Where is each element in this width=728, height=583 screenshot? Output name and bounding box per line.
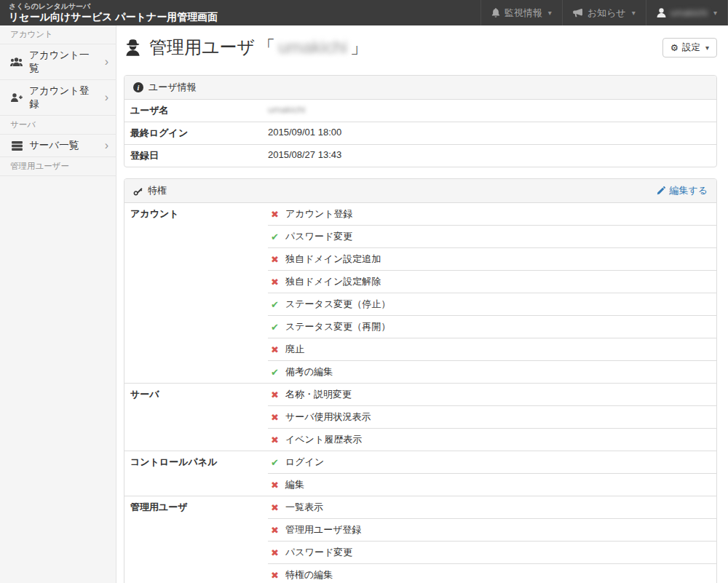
cross-icon: ✖: [269, 389, 280, 400]
privilege-row: ✖編集: [268, 473, 716, 496]
user-info-table: ユーザ名umakichi最終ログイン2015/09/01 18:00登録日201…: [124, 100, 716, 167]
privilege-row: ✔ステータス変更（再開）: [268, 315, 716, 338]
privilege-row: ✖独自ドメイン設定解除: [268, 270, 716, 293]
cross-icon: ✖: [269, 412, 280, 423]
user-info-row-label: 最終ログイン: [124, 122, 268, 144]
user-plus-icon: [10, 93, 23, 102]
settings-button[interactable]: ⚙ 設定 ▾: [662, 38, 717, 57]
privilege-group: サーバ✖名称・説明変更✖サーバ使用状況表示✖イベント履歴表示: [124, 383, 716, 451]
privileges-panel: 特権 編集する アカウント✖アカウント登録✔パスワード変更✖独自ドメイン設定追加…: [124, 178, 717, 583]
caret-down-icon: ▾: [713, 9, 717, 17]
chevron-right-icon: ›: [105, 140, 108, 151]
user-info-panel: i ユーザ情報 ユーザ名umakichi最終ログイン2015/09/01 18:…: [124, 75, 717, 167]
cross-icon: ✖: [269, 277, 280, 287]
server-icon: [10, 141, 23, 151]
privilege-row: ✖アカウント登録: [268, 203, 716, 225]
cross-icon: ✖: [269, 570, 280, 581]
privilege-group: コントロールパネル✔ログイン✖編集: [124, 451, 716, 496]
navbar-menu-label: umakichi: [670, 7, 708, 18]
chevron-right-icon: ›: [105, 56, 108, 68]
privilege-row: ✖イベント履歴表示: [268, 428, 716, 451]
check-icon: ✔: [269, 231, 280, 242]
top-navbar: さくらのレンタルサーバ リセール向けサービス パートナー用管理画面 監視情報▾お…: [0, 0, 728, 25]
privilege-list: ✖名称・説明変更✖サーバ使用状況表示✖イベント履歴表示: [268, 384, 716, 451]
privilege-row: ✔ログイン: [268, 451, 716, 473]
navbar-menu-label: 監視情報: [505, 7, 542, 20]
privilege-label: 管理用ユーザ登録: [285, 523, 362, 536]
privilege-row: ✖パスワード変更: [268, 541, 716, 563]
main-content: 管理用ユーザ 「 umakichi 」 ⚙ 設定 ▾ i ユーザ情報 ユーザ名u…: [116, 34, 728, 583]
privilege-group: 管理用ユーザ✖一覧表示✖管理用ユーザ登録✖パスワード変更✖特権の編集✖削除: [124, 496, 716, 583]
privilege-row: ✖廃止: [268, 338, 716, 360]
brand-service-name: さくらのレンタルサーバ: [9, 2, 218, 11]
sidebar-section-header: アカウント: [0, 25, 116, 44]
navbar-menu-monitoring[interactable]: 監視情報▾: [480, 0, 562, 25]
sidebar-item-account-list[interactable]: アカウント一覧›: [0, 44, 116, 80]
user-info-row-label: ユーザ名: [124, 100, 268, 122]
privilege-row: ✖サーバ使用状況表示: [268, 405, 716, 428]
megaphone-icon: [573, 9, 583, 17]
privileges-panel-title: 特権: [148, 184, 167, 197]
privilege-list: ✖アカウント登録✔パスワード変更✖独自ドメイン設定追加✖独自ドメイン設定解除✔ス…: [268, 203, 716, 383]
user-secret-icon: [124, 39, 142, 57]
privilege-label: パスワード変更: [285, 546, 352, 559]
cross-icon: ✖: [269, 480, 280, 491]
page-title-bracket-open: 「: [258, 36, 275, 59]
user-info-row-value: 2015/08/27 13:43: [268, 145, 341, 167]
edit-privileges-link[interactable]: 編集する: [657, 184, 708, 197]
sidebar-item-account-register[interactable]: アカウント登録›: [0, 80, 116, 116]
sidebar-item-label: アカウント一覧: [29, 49, 99, 75]
sidebar: アカウントアカウント一覧›アカウント登録›サーバサーバ一覧›管理用ユーザー: [0, 25, 116, 583]
privilege-label: 一覧表示: [285, 501, 323, 514]
privilege-category: コントロールパネル: [124, 451, 268, 496]
user-info-panel-title: ユーザ情報: [149, 81, 197, 94]
user-info-row-label: 登録日: [124, 145, 268, 167]
privilege-label: ステータス変更（再開）: [285, 320, 390, 333]
bell-icon: [491, 8, 500, 17]
user-info-row: 登録日2015/08/27 13:43: [124, 144, 716, 167]
user-icon: [657, 8, 666, 17]
cross-icon: ✖: [269, 502, 280, 513]
privilege-row: ✖独自ドメイン設定追加: [268, 247, 716, 270]
privileges-table: アカウント✖アカウント登録✔パスワード変更✖独自ドメイン設定追加✖独自ドメイン設…: [124, 203, 716, 583]
privilege-row: ✔ステータス変更（停止）: [268, 293, 716, 315]
gear-icon: ⚙: [670, 42, 678, 53]
privilege-group: アカウント✖アカウント登録✔パスワード変更✖独自ドメイン設定追加✖独自ドメイン設…: [124, 203, 716, 383]
privilege-label: 独自ドメイン設定追加: [285, 253, 381, 266]
user-info-panel-header: i ユーザ情報: [124, 76, 716, 100]
privilege-category: サーバ: [124, 384, 268, 451]
user-info-row: 最終ログイン2015/09/01 18:00: [124, 122, 716, 144]
sidebar-section-header: サーバ: [0, 116, 116, 135]
page-title-bracket-close: 」: [350, 36, 368, 59]
users-icon: [10, 57, 23, 66]
privilege-label: 備考の編集: [285, 365, 333, 378]
privileges-panel-header: 特権 編集する: [124, 179, 716, 203]
privilege-category: アカウント: [124, 203, 268, 383]
privilege-label: 廃止: [285, 343, 304, 356]
pencil-icon: [657, 186, 665, 195]
privilege-label: 独自ドメイン設定解除: [285, 275, 381, 288]
check-icon: ✔: [269, 322, 280, 333]
sidebar-item-label: サーバ一覧: [29, 139, 79, 152]
edit-privileges-label: 編集する: [669, 184, 708, 197]
sidebar-section-header: 管理用ユーザー: [0, 157, 116, 176]
navbar-menu-user[interactable]: umakichi▾: [646, 0, 728, 25]
privilege-row: ✖特権の編集: [268, 563, 716, 583]
privilege-row: ✔備考の編集: [268, 360, 716, 383]
brand[interactable]: さくらのレンタルサーバ リセール向けサービス パートナー用管理画面: [0, 0, 226, 25]
navbar-menu-notices[interactable]: お知らせ▾: [562, 0, 646, 25]
check-icon: ✔: [269, 299, 280, 310]
cross-icon: ✖: [269, 435, 280, 445]
settings-button-label: 設定: [682, 41, 700, 54]
cross-icon: ✖: [269, 525, 280, 536]
sidebar-item-label: アカウント登録: [29, 84, 99, 111]
privilege-label: イベント履歴表示: [285, 433, 362, 446]
navbar-menus: 監視情報▾お知らせ▾umakichi▾: [480, 0, 728, 25]
page-title: 管理用ユーザ 「 umakichi 」: [124, 36, 363, 59]
sidebar-item-server-list[interactable]: サーバ一覧›: [0, 135, 116, 157]
page-title-username: umakichi: [278, 37, 347, 57]
privilege-category: 管理用ユーザ: [124, 496, 268, 583]
user-info-row: ユーザ名umakichi: [124, 100, 716, 122]
privilege-label: アカウント登録: [285, 207, 353, 221]
key-icon: [133, 186, 143, 196]
